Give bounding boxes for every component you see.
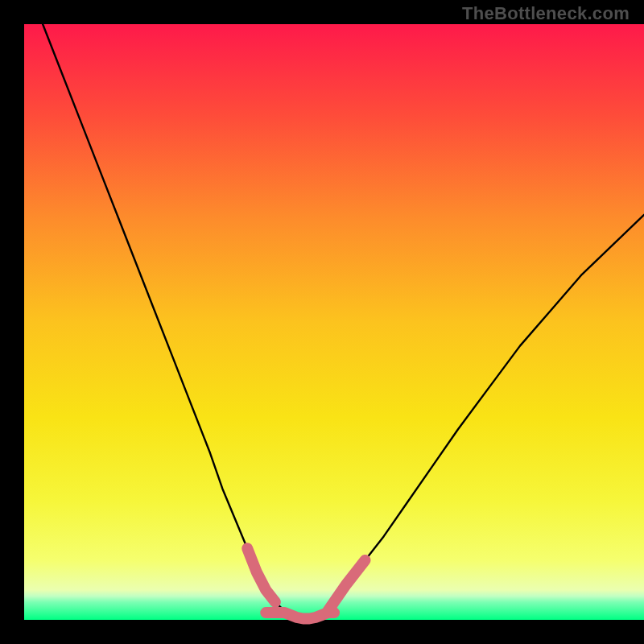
chart-gradient-field [24, 24, 644, 620]
bottleneck-chart [0, 0, 644, 644]
watermark-text: TheBottleneck.com [462, 3, 630, 24]
chart-frame: TheBottleneck.com [0, 0, 644, 644]
